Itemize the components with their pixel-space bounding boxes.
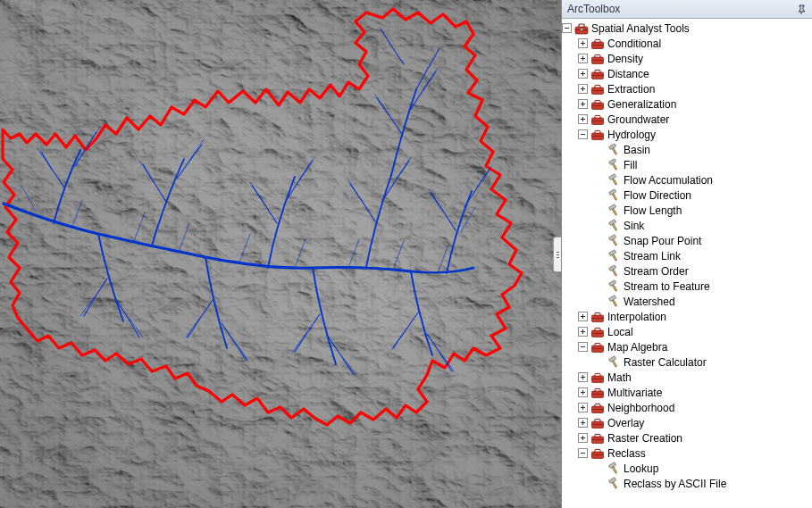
toolbox-tree[interactable]: Spatial Analyst ToolsConditionalDensityD…	[562, 19, 812, 508]
tree-node-flow-length[interactable]: Flow Length	[562, 203, 812, 218]
expand-icon[interactable]	[578, 84, 588, 94]
tree-node-label: Math	[607, 371, 632, 384]
tree-node-label: Interpolation	[607, 311, 666, 323]
svg-rect-50	[612, 360, 617, 367]
tree-node-label: Reclass by ASCII File	[624, 478, 726, 490]
tree-node-label: Map Algebra	[607, 341, 667, 354]
collapse-icon[interactable]	[578, 342, 588, 352]
expand-icon[interactable]	[578, 372, 588, 382]
tree-node-extraction[interactable]: Extraction	[562, 81, 812, 96]
tree-node-reclass-by-ascii-file[interactable]: Reclass by ASCII File	[562, 476, 812, 491]
arctoolbox-panel: ArcToolbox Spatial Analyst ToolsConditio…	[561, 0, 812, 508]
svg-rect-56	[592, 409, 604, 410]
tree-node-spatial-analyst-tools[interactable]: Spatial Analyst Tools	[562, 21, 812, 36]
expand-icon[interactable]	[578, 433, 588, 443]
tree-node-generalization[interactable]: Generalization	[562, 96, 812, 112]
expand-icon[interactable]	[578, 99, 588, 109]
tree-node-basin[interactable]: Basin	[562, 142, 812, 157]
collapse-icon[interactable]	[578, 129, 588, 139]
hammer-icon	[607, 279, 621, 294]
svg-rect-54	[592, 394, 604, 395]
toolset-icon	[590, 97, 605, 112]
tree-node-neighborhood[interactable]: Neighborhood	[562, 400, 812, 415]
panel-header[interactable]: ArcToolbox	[562, 0, 812, 19]
panel-collapse-handle[interactable]	[553, 237, 561, 272]
tree-node-overlay[interactable]: Overlay	[562, 415, 812, 430]
toolset-icon	[590, 431, 605, 446]
tree-node-map-algebra[interactable]: Map Algebra	[562, 339, 812, 354]
tree-node-sink[interactable]: Sink	[562, 218, 812, 233]
tree-node-interpolation[interactable]: Interpolation	[562, 309, 812, 324]
tree-node-stream-link[interactable]: Stream Link	[562, 248, 812, 263]
tree-node-lookup[interactable]: Lookup	[562, 461, 812, 476]
tree-node-flow-accumulation[interactable]: Flow Accumulation	[562, 172, 812, 187]
tree-node-label: Generalization	[607, 98, 676, 111]
tree-node-label: Lookup	[624, 462, 658, 475]
tree-node-flow-direction[interactable]: Flow Direction	[562, 187, 812, 203]
hammer-icon	[607, 204, 621, 218]
tree-node-fill[interactable]: Fill	[562, 157, 812, 172]
tree-node-stream-to-feature[interactable]: Stream to Feature	[562, 279, 812, 294]
svg-rect-46	[592, 333, 604, 334]
collapse-icon[interactable]	[562, 23, 572, 33]
expand-icon[interactable]	[578, 114, 588, 124]
toolset-icon	[590, 67, 605, 81]
toolset-icon	[590, 37, 605, 51]
svg-rect-18	[592, 121, 604, 121]
expand-icon[interactable]	[578, 54, 588, 63]
hammer-icon	[607, 234, 621, 248]
tree-node-conditional[interactable]: Conditional	[562, 36, 812, 51]
tree-node-label: Spatial Analyst Tools	[591, 22, 690, 35]
tree-node-raster-calculator[interactable]: Raster Calculator	[562, 354, 812, 370]
map-view[interactable]	[0, 0, 561, 508]
expand-icon[interactable]	[578, 312, 588, 321]
expand-icon[interactable]	[578, 403, 588, 412]
hammer-icon	[607, 249, 621, 263]
tree-node-label: Stream Link	[624, 250, 681, 262]
tree-node-snap-pour-point[interactable]: Snap Pour Point	[562, 233, 812, 248]
tree-node-label: Basin	[624, 144, 650, 156]
toolset-icon	[590, 128, 605, 142]
expand-icon[interactable]	[578, 69, 588, 79]
tree-node-label: Reclass	[607, 447, 646, 460]
tree-node-groundwater[interactable]: Groundwater	[562, 112, 812, 127]
tree-node-label: Flow Length	[624, 204, 682, 217]
expand-icon[interactable]	[578, 387, 588, 397]
expand-icon[interactable]	[578, 38, 588, 48]
svg-rect-24	[612, 162, 617, 170]
toolset-icon	[590, 386, 605, 400]
panel-title-text: ArcToolbox	[567, 3, 620, 15]
tree-node-label: Watershed	[624, 296, 675, 308]
tree-node-distance[interactable]: Distance	[562, 66, 812, 81]
tree-node-multivariate[interactable]: Multivariate	[562, 385, 812, 400]
svg-rect-38	[612, 269, 617, 276]
expand-icon[interactable]	[578, 327, 588, 337]
tree-node-math[interactable]: Math	[562, 370, 812, 385]
tree-node-reclass[interactable]: Reclass	[562, 446, 812, 461]
tree-node-label: Neighborhood	[607, 402, 674, 414]
svg-rect-28	[612, 193, 617, 200]
tree-node-local[interactable]: Local	[562, 324, 812, 339]
tree-node-raster-creation[interactable]: Raster Creation	[562, 430, 812, 446]
svg-rect-40	[612, 284, 617, 291]
tree-node-density[interactable]: Density	[562, 51, 812, 66]
toolset-icon	[590, 401, 605, 415]
toolset-icon	[590, 325, 605, 339]
tree-node-watershed[interactable]: Watershed	[562, 294, 812, 309]
tree-node-hydrology[interactable]: Hydrology	[562, 127, 812, 142]
svg-rect-32	[612, 223, 617, 230]
svg-rect-6	[581, 29, 583, 30]
tree-node-stream-order[interactable]: Stream Order	[562, 263, 812, 279]
svg-rect-34	[612, 238, 617, 246]
collapse-icon[interactable]	[578, 448, 588, 458]
tree-node-label: Raster Creation	[607, 432, 682, 445]
hammer-icon	[607, 143, 621, 157]
svg-rect-14	[592, 90, 604, 91]
tree-node-label: Flow Accumulation	[624, 174, 713, 187]
hammer-icon	[607, 188, 621, 203]
tree-node-label: Multivariate	[607, 387, 662, 399]
pin-icon[interactable]	[797, 4, 807, 14]
svg-rect-52	[592, 379, 604, 379]
tree-node-label: Density	[607, 53, 643, 65]
expand-icon[interactable]	[578, 418, 588, 428]
